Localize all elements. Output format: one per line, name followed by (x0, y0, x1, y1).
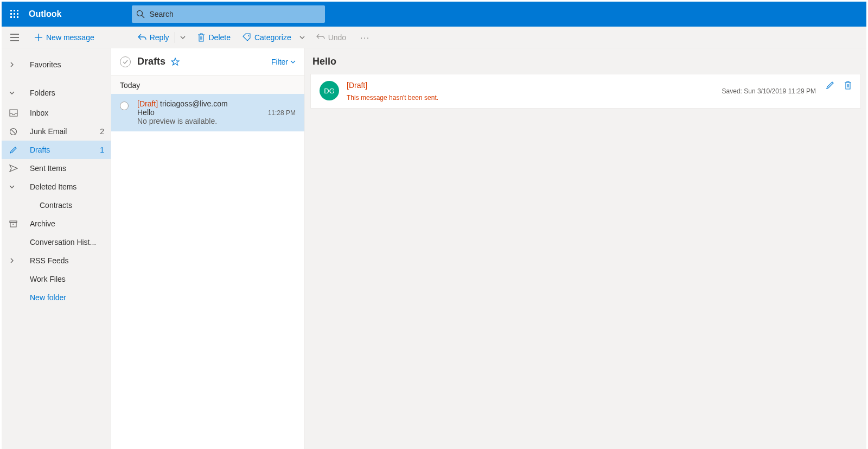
new-message-button[interactable]: New message (30, 27, 103, 48)
favorites-label: Favorites (30, 60, 61, 69)
new-folder-button[interactable]: New folder (2, 288, 111, 307)
folder-deleted[interactable]: Deleted Items (2, 178, 111, 196)
folders-label: Folders (30, 88, 55, 97)
list-group-header: Today (111, 75, 304, 94)
svg-rect-4 (14, 13, 15, 15)
message-subject: Hello (137, 108, 268, 117)
folder-rss[interactable]: RSS Feeds (2, 251, 111, 270)
folder-archive[interactable]: Archive (2, 214, 111, 233)
chevron-down-icon (180, 36, 186, 39)
svg-rect-20 (10, 223, 16, 227)
trash-icon (197, 33, 206, 42)
edit-draft-button[interactable] (826, 81, 834, 90)
categorize-dropdown-button[interactable] (296, 36, 309, 39)
junk-icon (9, 128, 22, 136)
app-launcher-button[interactable] (2, 2, 28, 27)
undo-button[interactable]: Undo (312, 27, 350, 48)
svg-rect-3 (10, 13, 12, 15)
plus-icon (34, 33, 43, 42)
reading-draft-tag: [Draft] (347, 81, 722, 90)
folder-inbox[interactable]: Inbox (2, 104, 111, 122)
svg-point-9 (137, 11, 143, 16)
search-input[interactable] (149, 10, 325, 18)
reply-button[interactable]: Reply (133, 27, 174, 48)
delete-label: Delete (209, 33, 231, 42)
folder-junk[interactable]: Junk Email 2 (2, 122, 111, 141)
folder-label: Contracts (40, 201, 104, 210)
svg-rect-8 (17, 16, 18, 18)
sent-icon (9, 165, 22, 172)
svg-rect-1 (14, 10, 15, 11)
folder-sidebar: Favorites Folders Inbox Junk Email 2 Dra… (2, 48, 111, 449)
folder-contracts[interactable]: Contracts (2, 196, 111, 214)
message-time: 11:28 PM (268, 109, 296, 117)
nav-toggle-button[interactable] (2, 27, 28, 48)
categorize-label: Categorize (254, 33, 291, 42)
svg-point-16 (248, 35, 249, 36)
filter-label: Filter (271, 58, 288, 66)
reply-dropdown-button[interactable] (176, 36, 189, 39)
new-folder-label: New folder (30, 293, 104, 302)
list-title: Drafts (137, 56, 165, 67)
reading-not-sent: This message hasn't been sent. (347, 94, 722, 102)
favorite-star-button[interactable] (171, 58, 180, 66)
svg-rect-0 (10, 10, 12, 11)
filter-button[interactable]: Filter (271, 58, 296, 66)
discard-draft-button[interactable] (844, 81, 852, 90)
folder-label: Work Files (30, 275, 104, 283)
folder-label: Archive (30, 219, 104, 228)
svg-rect-2 (17, 10, 18, 11)
folder-work-files[interactable]: Work Files (2, 270, 111, 288)
categorize-button[interactable]: Categorize (238, 27, 296, 48)
message-select-checkbox[interactable] (120, 102, 129, 110)
undo-icon (316, 33, 325, 42)
inbox-icon (9, 109, 22, 117)
reply-icon (138, 33, 146, 42)
new-message-label: New message (46, 33, 94, 42)
draft-icon (9, 146, 22, 154)
reply-label: Reply (150, 33, 169, 42)
folder-label: Deleted Items (30, 182, 104, 191)
folder-count: 2 (100, 127, 104, 136)
folder-label: Sent Items (30, 164, 104, 173)
star-icon (171, 58, 180, 66)
delete-button[interactable]: Delete (193, 27, 235, 48)
message-to-line: [Draft] triciagoss@live.com (137, 99, 296, 108)
search-icon (132, 10, 149, 18)
folder-drafts[interactable]: Drafts 1 (2, 141, 111, 159)
folder-label: Junk Email (30, 127, 100, 136)
folder-label: Conversation Hist... (30, 238, 104, 246)
reading-subject: Hello (310, 48, 861, 74)
more-icon: ··· (360, 33, 370, 42)
list-header: Drafts Filter (111, 48, 304, 75)
reading-saved-time: Saved: Sun 3/10/2019 11:29 PM (722, 87, 816, 95)
svg-rect-6 (10, 16, 12, 18)
undo-label: Undo (328, 33, 346, 42)
folder-conversation-history[interactable]: Conversation Hist... (2, 233, 111, 251)
select-all-checkbox[interactable] (120, 56, 131, 67)
folder-count: 1 (100, 146, 104, 154)
chevron-down-icon (299, 36, 305, 39)
trash-icon (844, 81, 852, 90)
avatar: DG (320, 81, 339, 100)
draft-tag: [Draft] (137, 99, 158, 108)
more-actions-button[interactable]: ··· (356, 27, 374, 48)
chevron-down-icon (290, 60, 296, 64)
chevron-down-icon (9, 184, 22, 189)
folders-section[interactable]: Folders (2, 82, 111, 104)
message-item[interactable]: [Draft] triciagoss@live.com Hello 11:28 … (111, 94, 304, 131)
pencil-icon (826, 81, 834, 90)
folder-label: Inbox (30, 109, 104, 117)
reading-card: DG [Draft] This message hasn't been sent… (310, 74, 861, 109)
svg-line-10 (142, 16, 145, 18)
chevron-down-icon (9, 90, 22, 96)
app-name[interactable]: Outlook (29, 9, 61, 19)
search-box[interactable] (132, 5, 325, 23)
message-subject-line: Hello 11:28 PM (137, 108, 296, 117)
message-to: triciagoss@live.com (160, 99, 228, 108)
archive-icon (9, 220, 22, 227)
command-bar: New message Reply Delete Categorize Undo… (2, 27, 866, 48)
folder-sent[interactable]: Sent Items (2, 159, 111, 178)
favorites-section[interactable]: Favorites (2, 54, 111, 75)
top-bar: Outlook (2, 2, 866, 27)
